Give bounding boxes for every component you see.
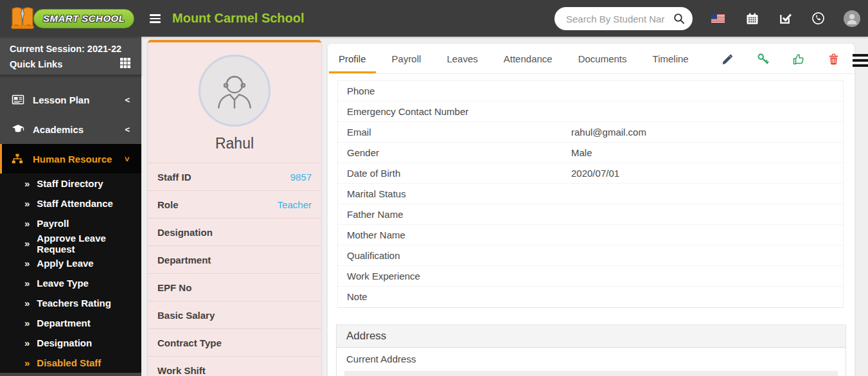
submenu-item-apply-leave[interactable]: » Apply Leave <box>0 253 141 273</box>
profile-tabbar: Profile Payroll Leaves Attendance Docume… <box>328 44 855 74</box>
double-arrow-icon: » <box>24 278 30 289</box>
summary-row-basic-salary: Basic Salary <box>148 301 321 329</box>
sidebar-item-lesson-plan[interactable]: Lesson Plan < <box>0 85 141 114</box>
double-arrow-icon: » <box>24 318 30 328</box>
chevron-left-icon: < <box>125 125 130 134</box>
submenu-item-leave-type[interactable]: » Leave Type <box>0 273 141 293</box>
sidebar-item-label: Lesson Plan <box>33 94 89 105</box>
detail-row-mother-name: Mother Name <box>338 225 843 246</box>
search-icon[interactable] <box>673 13 685 24</box>
summary-row-contract-type: Contract Type <box>148 329 321 357</box>
summary-row-work-shift: Work Shift <box>148 357 321 376</box>
academics-icon <box>12 124 24 134</box>
person-icon <box>211 67 258 114</box>
double-arrow-icon: » <box>24 357 30 368</box>
submenu-item-designation[interactable]: » Designation <box>0 333 141 353</box>
delete-trash-icon[interactable] <box>828 53 839 65</box>
staff-summary-card: Rahul Staff ID 9857 Role Teacher Designa… <box>148 40 321 376</box>
submenu-item-staff-attendance[interactable]: » Staff Attendance <box>0 193 141 213</box>
current-session-label: Current Session: 2021-22 <box>10 44 132 54</box>
sidebar-item-label: Human Resource <box>33 154 112 165</box>
chevron-down-icon: < <box>125 154 130 164</box>
detail-row-email: Email rahul@gmail.com <box>338 122 843 143</box>
search-input[interactable] <box>566 8 666 30</box>
human-resource-icon <box>12 154 24 164</box>
detail-row-note: Note <box>338 287 843 307</box>
submenu-item-payroll[interactable]: » Payroll <box>0 213 141 233</box>
enable-thumbs-up-icon[interactable] <box>793 53 804 65</box>
staff-summary-fields: Staff ID 9857 Role Teacher Designation D… <box>148 163 321 376</box>
detail-row-emergency-contact: Emergency Contact Number <box>338 102 843 122</box>
double-arrow-icon: » <box>24 178 30 189</box>
submenu-item-teachers-rating[interactable]: » Teachers Rating <box>0 293 141 313</box>
human-resource-submenu: » Staff Directory » Staff Attendance » P… <box>0 174 141 373</box>
sidebar-item-human-resource[interactable]: Human Resource < <box>0 144 141 174</box>
submenu-item-approve-leave-request[interactable]: » Approve Leave Request <box>0 233 141 253</box>
summary-row-designation: Designation <box>148 219 321 246</box>
quick-links[interactable]: Quick Links <box>10 59 132 69</box>
tab-leaves[interactable]: Leaves <box>437 44 487 73</box>
submenu-item-department[interactable]: » Department <box>0 313 141 333</box>
tab-timeline[interactable]: Timeline <box>643 44 698 73</box>
tab-payroll[interactable]: Payroll <box>382 44 431 73</box>
double-arrow-icon: » <box>24 258 30 269</box>
address-section: Address Current Address <box>336 325 846 376</box>
book-logo-icon <box>9 4 36 31</box>
tab-profile[interactable]: Profile <box>329 44 376 73</box>
user-avatar-icon[interactable] <box>844 0 860 37</box>
staff-actions <box>722 44 839 74</box>
summary-row-department: Department <box>148 246 321 274</box>
lesson-plan-icon <box>12 93 24 106</box>
app-header: SMART SCHOOL Mount Carmel School <box>0 0 868 37</box>
student-search <box>554 7 693 30</box>
detail-row-qualification: Qualification <box>338 246 843 266</box>
summary-row-role: Role Teacher <box>148 191 321 219</box>
smart-school-logo[interactable]: SMART SCHOOL <box>9 3 137 33</box>
summary-row-epf-no: EPF No <box>148 274 321 301</box>
sidebar-menu: Lesson Plan < Academics < <box>0 85 141 373</box>
sidebar-item-academics[interactable]: Academics < <box>0 114 141 144</box>
logo-text: SMART SCHOOL <box>33 9 134 28</box>
whatsapp-icon[interactable] <box>811 0 826 37</box>
session-block: Current Session: 2021-22 Quick Links <box>0 37 141 75</box>
sidebar-item-label: Academics <box>33 124 84 135</box>
detail-row-date-of-birth: Date of Birth 2020/07/01 <box>338 163 843 184</box>
double-arrow-icon: » <box>24 238 30 249</box>
address-section-title: Address <box>337 325 846 348</box>
detail-row-gender: Gender Male <box>338 143 843 163</box>
todo-check-icon[interactable] <box>779 0 792 37</box>
staff-detail-card: Profile Payroll Leaves Attendance Docume… <box>328 44 855 376</box>
sidebar-toggle-icon[interactable] <box>150 14 161 25</box>
address-value-area <box>344 371 838 376</box>
double-arrow-icon: » <box>24 198 30 209</box>
detail-row-father-name: Father Name <box>338 204 843 225</box>
submenu-item-staff-directory[interactable]: » Staff Directory <box>0 174 141 193</box>
quick-links-grid-icon[interactable] <box>120 58 130 68</box>
tab-documents[interactable]: Documents <box>569 44 637 73</box>
submenu-item-disabled-staff[interactable]: » Disabled Staff <box>0 353 141 373</box>
double-arrow-icon: » <box>24 218 30 229</box>
card-options-menu-icon[interactable] <box>853 54 868 69</box>
staff-avatar <box>199 55 270 127</box>
edit-pencil-icon[interactable] <box>722 53 733 65</box>
school-name-title: Mount Carmel School <box>172 0 305 37</box>
address-row-current: Current Address <box>337 348 846 371</box>
reset-password-key-icon[interactable] <box>757 53 769 65</box>
calendar-icon[interactable] <box>746 0 759 37</box>
chevron-left-icon: < <box>125 95 130 105</box>
language-flag-icon[interactable] <box>711 0 725 37</box>
double-arrow-icon: » <box>24 298 30 309</box>
sidebar: Current Session: 2021-22 Quick Links Les… <box>0 37 141 376</box>
detail-row-marital-status: Marital Status <box>338 184 843 204</box>
staff-name: Rahul <box>148 135 321 152</box>
detail-row-work-experience: Work Experience <box>338 266 843 287</box>
profile-details-table: Phone Emergency Contact Number Email rah… <box>337 80 844 308</box>
summary-row-staff-id: Staff ID 9857 <box>148 163 321 191</box>
tab-attendance[interactable]: Attendance <box>494 44 562 73</box>
double-arrow-icon: » <box>24 337 30 348</box>
detail-row-phone: Phone <box>338 81 843 102</box>
